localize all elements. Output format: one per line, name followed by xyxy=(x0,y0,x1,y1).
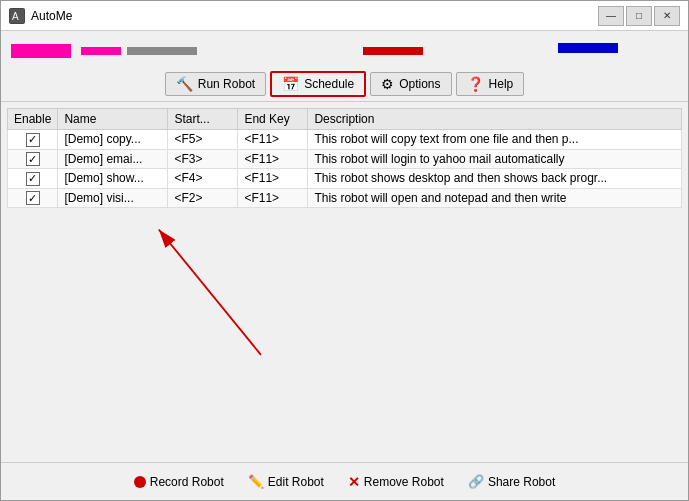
record-robot-button[interactable]: Record Robot xyxy=(130,473,228,491)
col-header-enable: Enable xyxy=(8,109,58,130)
checkbox-row1[interactable]: ✓ xyxy=(26,133,40,147)
col-header-name: Name xyxy=(58,109,168,130)
deco-pink-2 xyxy=(81,47,121,55)
table-row: ✓ [Demo] copy... <F5> <F11> This robot w… xyxy=(8,130,682,150)
row1-start: <F5> xyxy=(168,130,238,150)
row2-name: [Demo] emai... xyxy=(58,149,168,169)
table-body: ✓ [Demo] copy... <F5> <F11> This robot w… xyxy=(8,130,682,208)
run-robot-icon: 🔨 xyxy=(176,76,193,92)
record-robot-label: Record Robot xyxy=(150,475,224,489)
share-robot-button[interactable]: 🔗 Share Robot xyxy=(464,472,559,491)
share-robot-label: Share Robot xyxy=(488,475,555,489)
row1-enable[interactable]: ✓ xyxy=(8,130,58,150)
row3-desc: This robot shows desktop and then shows … xyxy=(308,169,682,189)
row3-enable[interactable]: ✓ xyxy=(8,169,58,189)
close-button[interactable]: ✕ xyxy=(654,6,680,26)
record-icon xyxy=(134,476,146,488)
row4-desc: This robot will open and notepad and the… xyxy=(308,188,682,208)
row1-desc: This robot will copy text from one file … xyxy=(308,130,682,150)
window-title: AutoMe xyxy=(31,9,72,23)
share-icon: 🔗 xyxy=(468,474,484,489)
svg-line-3 xyxy=(159,230,261,355)
row2-start: <F3> xyxy=(168,149,238,169)
deco-red xyxy=(363,47,423,55)
row4-start: <F2> xyxy=(168,188,238,208)
svg-text:A: A xyxy=(12,11,19,22)
edit-robot-button[interactable]: ✏️ Edit Robot xyxy=(244,472,328,491)
schedule-icon: 📅 xyxy=(282,76,299,92)
row3-endkey: <F11> xyxy=(238,169,308,189)
deco-gray xyxy=(127,47,197,55)
col-header-desc: Description xyxy=(308,109,682,130)
schedule-button[interactable]: 📅 Schedule xyxy=(270,71,366,97)
options-button[interactable]: ⚙ Options xyxy=(370,72,451,96)
minimize-button[interactable]: — xyxy=(598,6,624,26)
maximize-button[interactable]: □ xyxy=(626,6,652,26)
remove-icon: ✕ xyxy=(348,474,360,490)
row1-name: [Demo] copy... xyxy=(58,130,168,150)
table-header: Enable Name Start... End Key Description xyxy=(8,109,682,130)
row2-enable[interactable]: ✓ xyxy=(8,149,58,169)
col-header-start: Start... xyxy=(168,109,238,130)
row1-endkey: <F11> xyxy=(238,130,308,150)
table-row: ✓ [Demo] visi... <F2> <F11> This robot w… xyxy=(8,188,682,208)
main-window: A AutoMe — □ ✕ 🔨 Run Robot 📅 Schedule ⚙ xyxy=(0,0,689,501)
deco-pink-1 xyxy=(11,44,71,58)
run-robot-button[interactable]: 🔨 Run Robot xyxy=(165,72,266,96)
deco-blue xyxy=(558,43,618,53)
table-row: ✓ [Demo] emai... <F3> <F11> This robot w… xyxy=(8,149,682,169)
checkbox-row3[interactable]: ✓ xyxy=(26,172,40,186)
row4-endkey: <F11> xyxy=(238,188,308,208)
col-header-endkey: End Key xyxy=(238,109,308,130)
window-controls: — □ ✕ xyxy=(598,6,680,26)
edit-robot-label: Edit Robot xyxy=(268,475,324,489)
deco-bar xyxy=(1,31,688,67)
run-robot-label: Run Robot xyxy=(198,77,255,91)
remove-robot-button[interactable]: ✕ Remove Robot xyxy=(344,472,448,492)
help-label: Help xyxy=(489,77,514,91)
edit-icon: ✏️ xyxy=(248,474,264,489)
row2-endkey: <F11> xyxy=(238,149,308,169)
title-bar-left: A AutoMe xyxy=(9,8,72,24)
robot-table: Enable Name Start... End Key Description… xyxy=(7,108,682,208)
row4-enable[interactable]: ✓ xyxy=(8,188,58,208)
title-bar: A AutoMe — □ ✕ xyxy=(1,1,688,31)
row2-desc: This robot will login to yahoo mail auto… xyxy=(308,149,682,169)
help-icon: ❓ xyxy=(467,76,484,92)
checkbox-row2[interactable]: ✓ xyxy=(26,152,40,166)
options-icon: ⚙ xyxy=(381,76,394,92)
help-button[interactable]: ❓ Help xyxy=(456,72,525,96)
row4-name: [Demo] visi... xyxy=(58,188,168,208)
row3-name: [Demo] show... xyxy=(58,169,168,189)
remove-robot-label: Remove Robot xyxy=(364,475,444,489)
app-icon: A xyxy=(9,8,25,24)
bottom-bar: Record Robot ✏️ Edit Robot ✕ Remove Robo… xyxy=(1,462,688,500)
toolbar: 🔨 Run Robot 📅 Schedule ⚙ Options ❓ Help xyxy=(1,67,688,102)
options-label: Options xyxy=(399,77,440,91)
checkbox-row4[interactable]: ✓ xyxy=(26,191,40,205)
table-row: ✓ [Demo] show... <F4> <F11> This robot s… xyxy=(8,169,682,189)
schedule-label: Schedule xyxy=(304,77,354,91)
row3-start: <F4> xyxy=(168,169,238,189)
main-content: Enable Name Start... End Key Description… xyxy=(1,102,688,462)
